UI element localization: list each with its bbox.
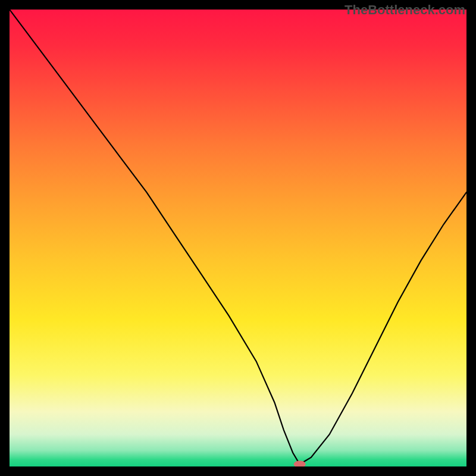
chart-background: [10, 10, 466, 466]
bottleneck-chart: [10, 10, 466, 466]
chart-container: [10, 10, 466, 466]
watermark-text: TheBottleneck.com: [345, 2, 465, 18]
